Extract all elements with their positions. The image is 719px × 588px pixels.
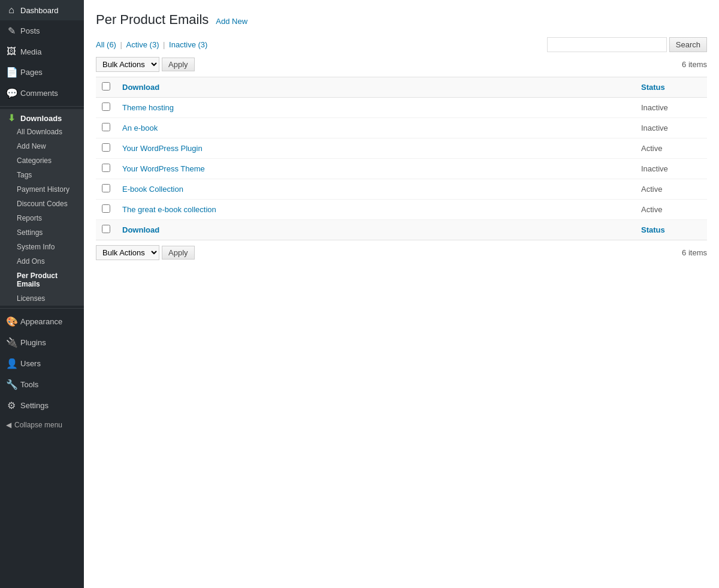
add-new-link[interactable]: Add New: [216, 17, 247, 26]
row-download-cell: An e-book: [116, 118, 635, 138]
sidebar-item-plugins[interactable]: 🔌 Plugins: [0, 332, 84, 353]
bulk-left: Bulk Actions Apply: [96, 57, 195, 72]
row-status-cell: Active: [635, 138, 707, 159]
sidebar-submenu-item-licenses[interactable]: Licenses: [0, 291, 84, 306]
downloads-label-text: Downloads: [20, 114, 62, 123]
sidebar-item-dashboard[interactable]: ⌂ Dashboard: [0, 0, 84, 20]
sidebar-item-downloads[interactable]: ⬇ Downloads: [0, 109, 84, 125]
sidebar-submenu-item-add-new[interactable]: Add New: [0, 139, 84, 153]
appearance-icon: 🎨: [6, 316, 17, 327]
page-title: Per Product Emails: [96, 12, 209, 28]
table-row: Your WordPress ThemeInactive: [96, 159, 707, 179]
plugins-icon: 🔌: [6, 337, 17, 348]
table-row: An e-bookInactive: [96, 118, 707, 138]
row-download-cell: Your WordPress Plugin: [116, 138, 635, 159]
table-row: The great e-book collectionActive: [96, 200, 707, 220]
sidebar-submenu-item-reports[interactable]: Reports: [0, 211, 84, 225]
sidebar-submenu-item-add-ons[interactable]: Add Ons: [0, 254, 84, 269]
table-row: Theme hostingInactive: [96, 98, 707, 118]
sidebar-item-label: Users: [20, 359, 41, 368]
posts-icon: ✎: [6, 25, 17, 37]
sidebar-submenu-item-system-info[interactable]: System Info: [0, 240, 84, 254]
sidebar-item-comments[interactable]: 💬 Comments: [0, 83, 84, 104]
dashboard-icon: ⌂: [6, 5, 17, 16]
sidebar-item-label: Plugins: [20, 338, 46, 347]
table-row: E-book CollectionActive: [96, 179, 707, 200]
row-check-cell: [96, 118, 116, 138]
select-all-checkbox-footer[interactable]: [102, 225, 110, 233]
sidebar-item-appearance[interactable]: 🎨 Appearance: [0, 311, 84, 332]
apply-button-bottom[interactable]: Apply: [162, 246, 195, 260]
col-status-header[interactable]: Status: [635, 77, 707, 98]
col-download-header[interactable]: Download: [116, 77, 635, 98]
main-content: Per Product Emails Add New All (6) | Act…: [84, 0, 719, 588]
row-download-cell: Theme hosting: [116, 98, 635, 118]
row-checkbox-great-ebook-collection[interactable]: [102, 204, 110, 213]
row-check-cell: [96, 98, 116, 118]
row-download-link-your-wordpress-theme[interactable]: Your WordPress Theme: [122, 164, 205, 173]
sidebar-item-posts[interactable]: ✎ Posts: [0, 20, 84, 41]
search-box: Search: [547, 37, 707, 52]
select-all-checkbox[interactable]: [102, 82, 110, 91]
row-download-link-an-ebook[interactable]: An e-book: [122, 123, 158, 132]
sidebar-item-users[interactable]: 👤 Users: [0, 353, 84, 374]
filter-inactive[interactable]: Inactive (3): [169, 40, 207, 49]
sidebar-divider: [0, 106, 84, 107]
sidebar-submenu-item-payment-history[interactable]: Payment History: [0, 182, 84, 197]
row-download-link-great-ebook-collection[interactable]: The great e-book collection: [122, 205, 216, 214]
row-download-link-ebook-collection[interactable]: E-book Collection: [122, 185, 183, 194]
sidebar-item-label: Pages: [20, 68, 43, 77]
downloads-submenu: All Downloads Add New Categories Tags Pa…: [0, 125, 84, 306]
row-status-cell: Active: [635, 200, 707, 220]
sidebar-submenu-item-per-product-emails[interactable]: Per Product Emails: [0, 269, 84, 291]
collapse-label: Collapse menu: [14, 421, 62, 429]
sidebar-item-media[interactable]: 🖼 Media: [0, 41, 84, 62]
sidebar-item-pages[interactable]: 📄 Pages: [0, 62, 84, 83]
filter-bar: All (6) | Active (3) | Inactive (3) Sear…: [96, 37, 707, 52]
apply-button-top[interactable]: Apply: [162, 58, 195, 71]
bulk-left-bottom: Bulk Actions Apply: [96, 245, 195, 260]
row-download-cell: Your WordPress Theme: [116, 159, 635, 179]
sidebar-submenu-item-all-downloads[interactable]: All Downloads: [0, 125, 84, 139]
row-checkbox-your-wordpress-plugin[interactable]: [102, 143, 110, 152]
row-status-cell: Inactive: [635, 159, 707, 179]
sidebar-item-label: Tools: [20, 380, 38, 389]
search-input[interactable]: [547, 37, 667, 52]
row-checkbox-your-wordpress-theme[interactable]: [102, 164, 110, 172]
col-download-footer[interactable]: Download: [116, 220, 635, 240]
page-header: Per Product Emails Add New: [96, 12, 707, 28]
search-button[interactable]: Search: [669, 37, 707, 52]
sidebar-divider-2: [0, 308, 84, 309]
sidebar-submenu-item-tags[interactable]: Tags: [0, 168, 84, 182]
sidebar-item-label: Dashboard: [20, 6, 59, 15]
table-body: Theme hostingInactiveAn e-bookInactiveYo…: [96, 98, 707, 220]
sidebar-submenu-item-categories[interactable]: Categories: [0, 153, 84, 168]
comments-icon: 💬: [6, 88, 17, 99]
sidebar-item-label: Comments: [20, 89, 58, 98]
col-status-footer[interactable]: Status: [635, 220, 707, 240]
wp-layout: ⌂ Dashboard ✎ Posts 🖼 Media 📄 Pages 💬 Co…: [0, 0, 719, 588]
table-footer-row: Download Status: [96, 220, 707, 240]
sidebar-item-label: Posts: [20, 26, 40, 35]
bulk-actions-select-bottom[interactable]: Bulk Actions: [96, 245, 159, 260]
media-icon: 🖼: [6, 46, 17, 57]
table-row: Your WordPress PluginActive: [96, 138, 707, 159]
sidebar-submenu-item-discount-codes[interactable]: Discount Codes: [0, 197, 84, 211]
row-check-cell: [96, 138, 116, 159]
collapse-menu-button[interactable]: ◀ Collapse menu: [0, 416, 84, 434]
bottom-bulk-bar: Bulk Actions Apply 6 items: [96, 245, 707, 260]
row-checkbox-an-ebook[interactable]: [102, 123, 110, 131]
sidebar-item-settings[interactable]: ⚙ Settings: [0, 395, 84, 416]
row-checkbox-ebook-collection[interactable]: [102, 184, 110, 192]
filter-active[interactable]: Active (3): [126, 40, 159, 49]
sidebar-item-label: Settings: [20, 401, 49, 410]
row-download-cell: The great e-book collection: [116, 200, 635, 220]
top-bulk-bar: Bulk Actions Apply 6 items: [96, 57, 707, 72]
row-checkbox-theme-hosting[interactable]: [102, 102, 110, 111]
sidebar-submenu-item-settings[interactable]: Settings: [0, 225, 84, 240]
row-download-link-your-wordpress-plugin[interactable]: Your WordPress Plugin: [122, 144, 203, 153]
sidebar-item-tools[interactable]: 🔧 Tools: [0, 374, 84, 395]
bulk-actions-select[interactable]: Bulk Actions: [96, 57, 159, 72]
row-download-link-theme-hosting[interactable]: Theme hosting: [122, 103, 174, 112]
filter-all[interactable]: All (6): [96, 40, 116, 49]
